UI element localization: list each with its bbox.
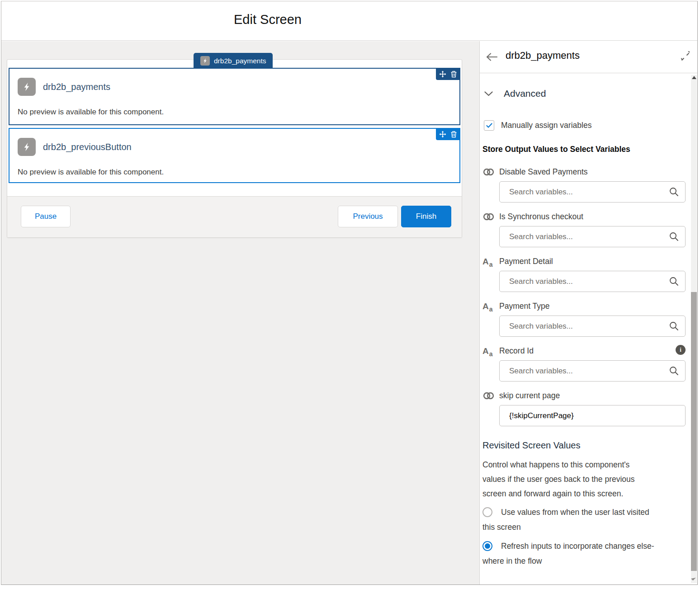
screen-tab-label: drb2b_payments: [214, 57, 266, 65]
modal-titlebar: Edit Screen: [1, 1, 697, 41]
manually-assign-checkbox[interactable]: [484, 120, 494, 131]
scrollbar-thumb[interactable]: [691, 292, 697, 571]
advanced-section-label: Advanced: [504, 88, 546, 99]
no-preview-text: No preview is available for this compone…: [9, 156, 459, 177]
boolean-type-icon: [482, 212, 499, 221]
no-preview-text: No preview is available for this compone…: [9, 96, 459, 117]
manually-assign-label: Manually assign variables: [501, 121, 591, 130]
lightning-component-icon: [200, 56, 210, 66]
lightning-component-icon: [18, 78, 36, 96]
screen-canvas: drb2b_payments: [1, 41, 479, 584]
advanced-section-toggle[interactable]: Advanced: [484, 88, 676, 99]
modal-body: drb2b_payments: [1, 41, 697, 584]
expand-panel-icon[interactable]: [680, 51, 691, 62]
finish-button[interactable]: Finish: [401, 206, 451, 227]
disable-saved-payments-input[interactable]: [499, 181, 686, 203]
lightning-component-icon: [18, 138, 36, 156]
radio-option-refresh-inputs[interactable]: Refresh inputs to incorporate changes el…: [482, 539, 676, 569]
pause-button[interactable]: Pause: [21, 206, 71, 227]
field-group-payment-detail: Aa Payment Detail: [482, 256, 676, 292]
store-output-values-heading: Store Output Values to Select Variables: [482, 145, 676, 154]
delete-icon[interactable]: [450, 131, 457, 138]
field-group-payment-type: Aa Payment Type: [482, 301, 676, 337]
info-icon[interactable]: i: [676, 345, 686, 355]
edit-screen-modal: Edit Screen drb2b_payments: [1, 1, 698, 585]
scroll-corner-icon: [691, 576, 696, 581]
field-label: Record Id: [499, 346, 534, 356]
field-group-record-id: Aa Record Id i: [482, 345, 676, 382]
field-label: Is Synchronus checkout: [499, 212, 583, 221]
text-type-icon: Aa: [482, 257, 499, 266]
field-group-disable-saved-payments: Disable Saved Payments: [482, 166, 676, 203]
component-properties-panel: drb2b_payments Advanced Manually assi: [479, 41, 697, 584]
move-icon[interactable]: [439, 71, 446, 78]
component-card-payments[interactable]: drb2b_payments No preview is available f…: [9, 68, 460, 125]
field-label: Payment Detail: [499, 257, 553, 266]
text-type-icon: Aa: [482, 302, 499, 311]
back-arrow-icon[interactable]: [486, 52, 498, 62]
component-card-header: drb2b_previousButton: [9, 129, 459, 156]
payment-detail-input[interactable]: [499, 271, 686, 292]
revisited-description: Control what happens to this component's…: [482, 457, 676, 501]
record-id-input[interactable]: [499, 360, 686, 382]
text-type-icon: Aa: [482, 347, 499, 355]
is-synchronus-checkout-input[interactable]: [499, 226, 686, 247]
screen-tab[interactable]: drb2b_payments: [194, 53, 273, 69]
footer-navigation-buttons: Previous Finish: [338, 206, 451, 227]
delete-icon[interactable]: [450, 71, 457, 78]
card-action-bar: [436, 128, 460, 140]
revisited-screen-values-heading: Revisited Screen Values: [482, 440, 676, 451]
screen-footer: Pause Previous Finish: [7, 196, 462, 237]
field-group-skip-current-page: skip current page: [482, 390, 676, 426]
properties-panel-body: Advanced Manually assign variables Store…: [480, 73, 690, 584]
card-action-bar: [436, 68, 460, 80]
previous-button[interactable]: Previous: [338, 206, 398, 227]
panel-scrollbar[interactable]: [691, 75, 697, 583]
skip-current-page-input[interactable]: [499, 405, 686, 426]
field-label: Payment Type: [499, 302, 550, 311]
chevron-down-icon: [484, 91, 493, 96]
component-card-header: drb2b_payments: [9, 69, 459, 96]
component-title: drb2b_previousButton: [43, 142, 132, 152]
boolean-type-icon: [482, 391, 499, 400]
move-icon[interactable]: [439, 131, 446, 138]
field-group-is-synchronus-checkout: Is Synchronus checkout: [482, 211, 676, 247]
payment-type-input[interactable]: [499, 316, 686, 337]
component-title: drb2b_payments: [43, 82, 110, 92]
manually-assign-row: Manually assign variables: [484, 120, 676, 131]
radio-option-use-last-values[interactable]: Use values from when the user last visit…: [482, 505, 676, 535]
scroll-up-icon[interactable]: [692, 76, 696, 79]
component-card-previous-button[interactable]: drb2b_previousButton No preview is avail…: [9, 128, 460, 183]
boolean-type-icon: [482, 168, 499, 176]
screen-preview-panel: drb2b_payments: [7, 59, 462, 238]
properties-panel-header: drb2b_payments: [480, 41, 697, 73]
selected-component-title: drb2b_payments: [506, 50, 580, 61]
field-label: skip current page: [499, 391, 560, 401]
radio-unselected-icon[interactable]: [482, 507, 492, 517]
radio-selected-icon[interactable]: [482, 541, 492, 551]
page-title: Edit Screen: [1, 12, 534, 27]
field-label: Disable Saved Payments: [499, 167, 588, 177]
